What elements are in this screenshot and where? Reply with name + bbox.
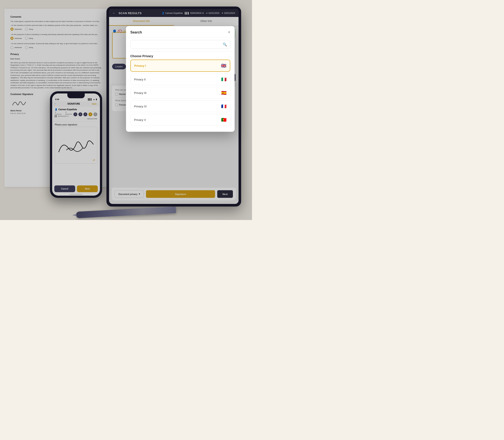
modal-close-button[interactable]: ×	[228, 30, 230, 35]
privacy-item-3[interactable]: Privacy III 🇪🇸	[130, 87, 230, 99]
privacy-5-name: Privacy V	[134, 118, 146, 122]
flag-it: 🇮🇹	[221, 77, 226, 82]
modal-search-area: 🔍	[126, 37, 235, 52]
search-icon-button[interactable]: 🔍	[220, 40, 230, 49]
privacy-item-1[interactable]: Privacy I 🇬🇧	[130, 60, 230, 72]
modal-overlay[interactable]: Search × 🔍 Choose Privacy Privacy I 🇬🇧 P…	[0, 0, 252, 220]
privacy-list: Privacy I 🇬🇧 Privacy II 🇮🇹 Privacy III 🇪…	[126, 60, 235, 132]
privacy-2-name: Privacy II	[134, 78, 146, 81]
flag-pt: 🇵🇹	[221, 117, 226, 122]
search-input-wrap: 🔍	[130, 40, 230, 49]
privacy-4-name: Privacy IV	[134, 105, 147, 108]
flag-uk: 🇬🇧	[221, 63, 226, 68]
modal-header: Search ×	[126, 26, 235, 37]
privacy-item-5[interactable]: Privacy V 🇵🇹	[130, 114, 230, 126]
privacy-item-2[interactable]: Privacy II 🇮🇹	[130, 73, 230, 85]
privacy-modal: Search × 🔍 Choose Privacy Privacy I 🇬🇧 P…	[126, 26, 235, 132]
privacy-3-name: Privacy III	[134, 91, 146, 95]
modal-search-title: Search	[130, 30, 142, 34]
privacy-1-name: Privacy I	[134, 64, 146, 67]
search-input[interactable]	[131, 41, 220, 48]
privacy-item-4[interactable]: Privacy IV 🇫🇷	[130, 100, 230, 112]
flag-es: 🇪🇸	[221, 90, 226, 96]
flag-fr: 🇫🇷	[221, 104, 226, 109]
choose-privacy-label: Choose Privacy	[126, 52, 235, 60]
